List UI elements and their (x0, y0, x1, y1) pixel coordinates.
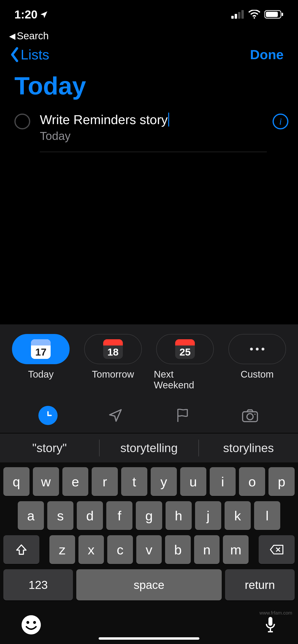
emoji-icon (22, 615, 41, 634)
key-r[interactable]: r (92, 467, 118, 496)
reminder-item[interactable]: Write Reminders story Today i (0, 110, 298, 152)
svg-point-16 (22, 615, 41, 634)
key-o[interactable]: o (239, 467, 265, 496)
key-f[interactable]: f (106, 501, 132, 530)
keyboard-row-1: q w e r t y u i o p (3, 467, 295, 496)
suggestion[interactable]: storylines (199, 441, 298, 455)
key-v[interactable]: v (136, 535, 162, 564)
key-m[interactable]: m (223, 535, 249, 564)
watermark: www.frfam.com (259, 610, 292, 616)
svg-point-4 (254, 17, 255, 19)
keyboard-row-2: a s d f g h j k l (3, 501, 295, 530)
svg-rect-6 (266, 12, 278, 17)
key-u[interactable]: u (180, 467, 206, 496)
keyboard-suggestions: "story" storytelling storylines (0, 434, 298, 462)
quick-toolbar: 17 Today 18 Tomorrow 25 (0, 324, 298, 433)
key-k[interactable]: k (225, 501, 251, 530)
key-d[interactable]: d (77, 501, 103, 530)
key-b[interactable]: b (165, 535, 191, 564)
back-label: Lists (21, 46, 49, 62)
keyboard: "story" storytelling storylines q w e r … (0, 433, 298, 644)
key-e[interactable]: e (62, 467, 89, 496)
svg-point-17 (26, 621, 29, 624)
key-j[interactable]: j (195, 501, 221, 530)
emoji-button[interactable] (22, 615, 41, 634)
status-bar: 1:20 (0, 0, 298, 29)
key-h[interactable]: h (166, 501, 192, 530)
key-a[interactable]: a (18, 501, 44, 530)
reminder-subtitle: Today (40, 130, 267, 150)
key-shift[interactable] (3, 535, 39, 564)
svg-rect-1 (235, 14, 237, 19)
date-pill-tomorrow[interactable]: 18 (84, 334, 142, 364)
battery-icon (264, 10, 284, 19)
location-icon (108, 408, 123, 423)
flag-button[interactable] (173, 406, 192, 425)
delete-icon (269, 544, 284, 555)
suggestion[interactable]: storytelling (100, 441, 199, 455)
key-l[interactable]: l (254, 501, 280, 530)
back-button[interactable]: Lists (10, 46, 49, 62)
suggestion[interactable]: "story" (0, 441, 99, 455)
date-pill-weekend[interactable]: 25 (156, 334, 214, 364)
done-button[interactable]: Done (250, 47, 284, 62)
page-title: Today (0, 64, 298, 110)
svg-point-12 (247, 414, 253, 420)
home-indicator[interactable] (99, 637, 199, 640)
key-g[interactable]: g (136, 501, 162, 530)
keyboard-row-4: 123 space return (3, 569, 295, 600)
divider (40, 152, 267, 152)
mic-icon (264, 616, 276, 634)
location-button[interactable] (106, 406, 125, 425)
key-y[interactable]: y (151, 467, 177, 496)
key-z[interactable]: z (49, 535, 75, 564)
status-time: 1:20 (14, 8, 37, 21)
caret-left-icon: ◀ (9, 31, 15, 41)
key-i[interactable]: i (210, 467, 236, 496)
svg-rect-7 (282, 13, 283, 16)
svg-point-18 (33, 621, 36, 624)
date-pill-label: Tomorrow (92, 369, 134, 380)
text-cursor (168, 112, 169, 126)
key-n[interactable]: n (194, 535, 220, 564)
key-p[interactable]: p (268, 467, 295, 496)
ellipsis-icon (250, 348, 264, 350)
shift-icon (15, 544, 28, 556)
camera-button[interactable] (240, 406, 260, 425)
date-pill-today[interactable]: 17 (12, 334, 70, 364)
dictation-button[interactable] (264, 616, 276, 634)
svg-rect-19 (268, 617, 272, 626)
calendar-icon: 18 (103, 339, 123, 359)
flag-icon (175, 408, 190, 423)
key-return[interactable]: return (225, 569, 295, 600)
key-numbers[interactable]: 123 (3, 569, 73, 600)
navigation-bar: Lists Done (0, 46, 298, 64)
date-pill-label: Custom (241, 369, 274, 380)
location-arrow-icon (40, 10, 48, 18)
key-w[interactable]: w (33, 467, 59, 496)
key-t[interactable]: t (121, 467, 147, 496)
info-button[interactable]: i (272, 114, 288, 130)
date-pill-label: Today (28, 369, 54, 380)
key-space[interactable]: space (76, 569, 222, 600)
time-button[interactable] (38, 406, 58, 425)
svg-rect-2 (238, 12, 240, 19)
reminder-title-input[interactable]: Write Reminders story (40, 112, 168, 127)
date-pill-label: Next Weekend (154, 369, 216, 390)
cellular-icon (231, 10, 244, 19)
chevron-left-icon (10, 47, 20, 62)
key-q[interactable]: q (3, 467, 30, 496)
key-c[interactable]: c (107, 535, 133, 564)
info-icon: i (279, 116, 282, 127)
key-delete[interactable] (259, 535, 295, 564)
complete-radio[interactable] (14, 114, 30, 130)
back-to-app[interactable]: ◀ Search (0, 29, 298, 46)
key-s[interactable]: s (47, 501, 73, 530)
svg-point-13 (254, 414, 255, 415)
date-pill-custom[interactable] (228, 334, 286, 364)
calendar-icon: 17 (31, 339, 51, 359)
clock-icon (42, 409, 54, 422)
key-x[interactable]: x (78, 535, 104, 564)
calendar-icon: 25 (175, 339, 195, 359)
keyboard-row-3: z x c v b n m (3, 535, 295, 564)
